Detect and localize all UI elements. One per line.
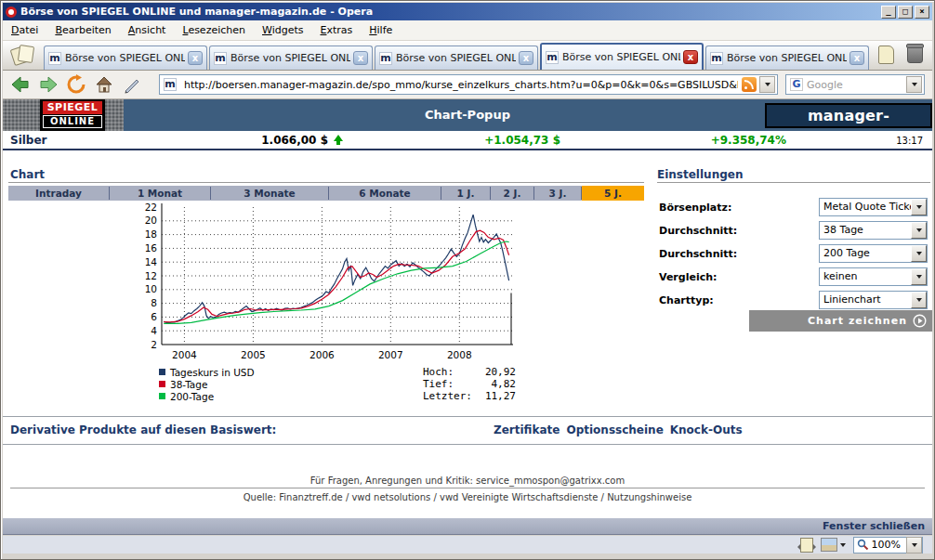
rss-icon[interactable]	[742, 77, 757, 92]
durchschnitt1-label: Durchschnitt:	[659, 225, 737, 237]
chart-legend: Tageskurs in USD 38-Tage 200-Tage	[159, 366, 255, 402]
close-button[interactable]: ×	[915, 6, 929, 19]
dropdown-button[interactable]	[911, 199, 927, 215]
vergleich-value: keinen	[823, 270, 858, 282]
range-1-monat[interactable]: 1 Monat	[110, 186, 210, 201]
quote-time: 13:17	[896, 136, 923, 146]
url-text[interactable]: http://boersen.manager-magazin.de/spo_mm…	[184, 79, 738, 91]
reload-icon[interactable]	[66, 74, 86, 95]
menu-ansicht[interactable]: Ansicht	[120, 21, 175, 39]
close-window-bar: Fenster schließen	[3, 518, 932, 535]
address-bar[interactable]: m http://boersen.manager-magazin.de/spo_…	[159, 74, 778, 95]
window-title: Börse von SPIEGEL ONLINE und manager-mag…	[20, 6, 881, 18]
durchschnitt2-label: Durchschnitt:	[659, 248, 737, 260]
status-bar: 100%	[3, 536, 932, 553]
tab-close-icon[interactable]: x	[849, 51, 864, 65]
site-favicon: m	[214, 52, 227, 65]
link-optionsscheine[interactable]: Optionsscheine	[566, 423, 663, 436]
play-circle-icon	[913, 314, 927, 328]
svg-text:10: 10	[145, 283, 157, 294]
range-3-jahre[interactable]: 3 J.	[534, 186, 581, 201]
zoom-dropdown-button[interactable]	[906, 537, 922, 553]
menu-datei[interactable]: Datei	[3, 21, 46, 39]
footer-source-line[interactable]: Quelle: Finanztreff.de / vwd netsolution…	[3, 492, 932, 502]
back-icon[interactable]	[10, 74, 31, 95]
tab-close-icon[interactable]: x	[353, 51, 368, 65]
search-placeholder[interactable]: Google	[807, 79, 900, 91]
zoom-control[interactable]: 100%	[853, 537, 923, 553]
durchschnitt1-select[interactable]: 38 Tage	[819, 221, 928, 240]
fit-to-width-icon[interactable]	[800, 538, 813, 553]
section-divider	[3, 416, 932, 417]
tab-title: Börse von SPIEGEL ONLI...	[562, 51, 680, 63]
chevron-down-icon[interactable]	[840, 543, 846, 547]
stat-letzter-label: Letzter:	[423, 390, 477, 402]
trash-icon[interactable]	[907, 46, 923, 63]
menu-bearbeiten[interactable]: Bearbeiten	[46, 21, 119, 39]
address-dropdown-button[interactable]	[759, 76, 775, 93]
vergleich-select[interactable]: keinen	[819, 267, 928, 286]
change-percent: +9.358,74%	[665, 134, 786, 147]
tab-close-icon[interactable]: x	[188, 51, 203, 65]
boersenplatz-select[interactable]: Metal Quote Ticker	[819, 198, 928, 216]
tab-1[interactable]: m Börse von SPIEGEL ONLI... x	[44, 46, 207, 70]
browser-window: Börse von SPIEGEL ONLINE und manager-mag…	[0, 0, 935, 560]
menu-hilfe[interactable]: Hilfe	[361, 21, 401, 39]
chart-zeichnen-label: Chart zeichnen	[808, 315, 907, 327]
dropdown-button[interactable]	[911, 245, 927, 262]
dropdown-button[interactable]	[911, 222, 927, 239]
range-1-jahr[interactable]: 1 J.	[441, 186, 490, 201]
time-range-bar: Intraday 1 Monat 3 Monate 6 Monate 1 J. …	[8, 186, 644, 201]
price-chart: 24681012141618202220042005200620072008	[131, 201, 525, 370]
images-toggle-icon[interactable]	[821, 538, 837, 552]
new-tab-stack-icon[interactable]	[8, 44, 40, 68]
title-bar[interactable]: Börse von SPIEGEL ONLINE und manager-mag…	[3, 3, 932, 20]
tab-3[interactable]: m Börse von SPIEGEL ONLI... x	[375, 46, 538, 70]
charttyp-select[interactable]: Linienchart	[819, 291, 928, 309]
search-box[interactable]: G Google	[785, 74, 925, 95]
menu-bar: Datei Bearbeiten Ansicht Lesezeichen Wid…	[3, 20, 932, 41]
dropdown-button[interactable]	[911, 292, 927, 308]
new-page-icon[interactable]	[878, 46, 894, 64]
range-5-jahre-active[interactable]: 5 J.	[582, 186, 644, 201]
footer-rule	[10, 488, 925, 488]
range-3-monate[interactable]: 3 Monate	[211, 186, 328, 201]
range-2-jahre[interactable]: 2 J.	[491, 186, 533, 201]
quote-row: Silber 1.066,00 $ +1.054,73 $ +9.358,74%…	[3, 131, 932, 150]
pencil-icon[interactable]	[122, 74, 142, 95]
tab-close-icon[interactable]: x	[683, 50, 698, 64]
svg-text:4: 4	[151, 325, 157, 336]
range-intraday[interactable]: Intraday	[8, 186, 109, 201]
search-dropdown-button[interactable]	[906, 76, 922, 93]
manager-magazin-logo[interactable]: manager-magazin.de	[765, 103, 932, 128]
tab-2[interactable]: m Börse von SPIEGEL ONLI... x	[209, 46, 373, 70]
opera-icon	[6, 7, 17, 18]
menu-lesezeichen[interactable]: Lesezeichen	[174, 21, 254, 39]
svg-text:2008: 2008	[447, 349, 472, 360]
svg-text:2005: 2005	[241, 349, 266, 360]
menu-widgets[interactable]: Widgets	[254, 21, 311, 39]
home-icon[interactable]	[94, 74, 114, 95]
tab-4-active[interactable]: m Börse von SPIEGEL ONLI... x	[540, 43, 704, 70]
tab-close-icon[interactable]: x	[519, 51, 533, 65]
tab-5[interactable]: m Börse von SPIEGEL ONLI... x	[705, 46, 869, 70]
minimize-button[interactable]: _	[881, 6, 896, 19]
tab-title: Börse von SPIEGEL ONLI...	[230, 52, 350, 64]
chart-zeichnen-button[interactable]: Chart zeichnen	[749, 310, 932, 332]
link-zertifikate[interactable]: Zertifikate	[494, 423, 560, 436]
stat-letzter-value: 11,27	[477, 390, 516, 402]
fenster-schliessen-link[interactable]: Fenster schließen	[823, 520, 925, 532]
range-6-monate[interactable]: 6 Monate	[329, 186, 441, 201]
maximize-button[interactable]: □	[898, 6, 913, 19]
durchschnitt1-row: Durchschnitt: 38 Tage	[657, 221, 928, 240]
legend-label-38: 38-Tage	[170, 379, 207, 390]
durchschnitt2-select[interactable]: 200 Tage	[819, 244, 928, 263]
price-value: 1.066,00 $	[221, 134, 328, 147]
stat-hoch-value: 20,92	[477, 366, 516, 378]
svg-text:18: 18	[145, 228, 157, 240]
link-knock-outs[interactable]: Knock-Outs	[670, 423, 743, 436]
chart-section-heading: Chart	[10, 168, 45, 181]
dropdown-button[interactable]	[911, 268, 927, 285]
forward-icon[interactable]	[38, 74, 59, 95]
menu-extras[interactable]: Extras	[311, 21, 361, 39]
